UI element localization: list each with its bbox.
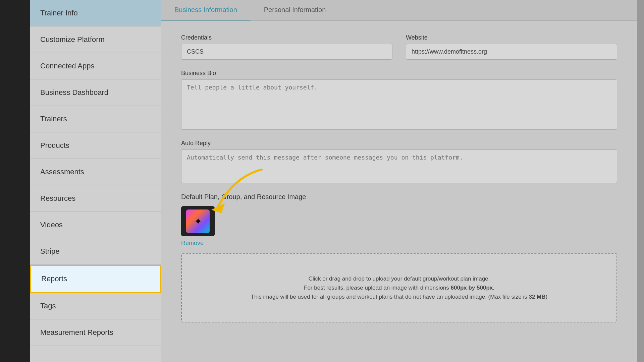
tab-business-information[interactable]: Business Information <box>161 0 251 20</box>
bio-label: Business Bio <box>181 70 617 77</box>
sidebar-item-products[interactable]: Products <box>30 132 161 159</box>
credentials-label: Credentials <box>181 34 392 41</box>
upload-instruction-1: Click or drag and drop to upload your de… <box>195 274 603 283</box>
form-area: Credentials Website Business Bio Auto Re… <box>161 21 637 336</box>
image-section-title: Default Plan, Group, and Resource Image <box>181 193 617 201</box>
credentials-group: Credentials <box>181 34 392 60</box>
sidebar-item-trainers[interactable]: Trainers <box>30 106 161 132</box>
sidebar-item-resources[interactable]: Resources <box>30 185 161 212</box>
image-thumbnail-icon: ✦ <box>194 216 202 227</box>
bio-textarea[interactable] <box>181 79 617 130</box>
sidebar: Trainer InfoCustomize PlatformConnected … <box>30 0 161 362</box>
credentials-input[interactable] <box>181 44 392 60</box>
sidebar-item-videos[interactable]: Videos <box>30 212 161 238</box>
sidebar-item-measurement-reports[interactable]: Measurement Reports <box>30 319 161 346</box>
upload-drop-zone[interactable]: Click or drag and drop to upload your de… <box>181 253 617 322</box>
sidebar-item-trainer-info[interactable]: Trainer Info <box>30 0 161 26</box>
tabs-bar: Business Information Personal Informatio… <box>161 0 637 21</box>
tab-personal-information[interactable]: Personal Information <box>251 0 339 20</box>
auto-reply-label: Auto Reply <box>181 140 617 147</box>
sidebar-item-connected-apps[interactable]: Connected Apps <box>30 53 161 79</box>
main-content: Business Information Personal Informatio… <box>161 0 637 362</box>
sidebar-item-assessments[interactable]: Assessments <box>30 159 161 185</box>
upload-instruction-3: This image will be used for all groups a… <box>195 292 603 301</box>
website-group: Website <box>406 34 617 60</box>
image-thumbnail: ✦ <box>186 209 210 233</box>
upload-instruction-2: For best results, please upload an image… <box>195 283 603 292</box>
auto-reply-textarea[interactable] <box>181 149 617 183</box>
left-navigation-bar <box>0 0 30 362</box>
sidebar-item-tags[interactable]: Tags <box>30 293 161 319</box>
image-section: Default Plan, Group, and Resource Image … <box>181 193 617 322</box>
sidebar-item-customize-platform[interactable]: Customize Platform <box>30 26 161 53</box>
bio-group: Business Bio <box>181 70 617 130</box>
auto-reply-group: Auto Reply <box>181 140 617 183</box>
right-bar <box>637 0 644 362</box>
sidebar-item-business-dashboard[interactable]: Business Dashboard <box>30 79 161 106</box>
credentials-website-row: Credentials Website <box>181 34 617 60</box>
website-input[interactable] <box>406 44 617 60</box>
website-label: Website <box>406 34 617 41</box>
sidebar-item-reports[interactable]: Reports <box>30 265 161 293</box>
remove-image-link[interactable]: Remove <box>181 240 204 247</box>
sidebar-item-stripe[interactable]: Stripe <box>30 238 161 265</box>
uploaded-image-preview: ✦ <box>181 206 215 236</box>
